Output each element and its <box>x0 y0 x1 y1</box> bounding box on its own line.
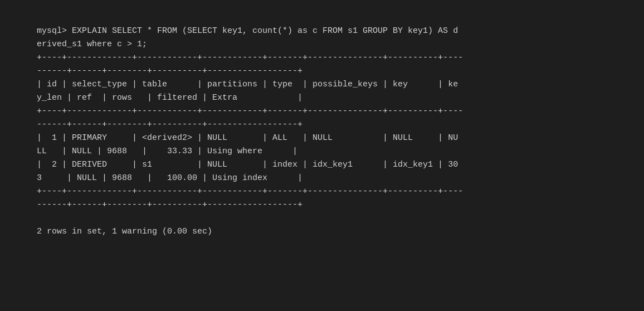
result-row-1: | 1 | PRIMARY | <derived2> | NULL | ALL … <box>17 133 458 183</box>
command-line: mysql> EXPLAIN SELECT * FROM (SELECT key… <box>17 26 463 129</box>
terminal-output: mysql> EXPLAIN SELECT * FROM (SELECT key… <box>17 11 627 239</box>
table-footer: +----+-------------+------------+-------… <box>17 187 463 236</box>
